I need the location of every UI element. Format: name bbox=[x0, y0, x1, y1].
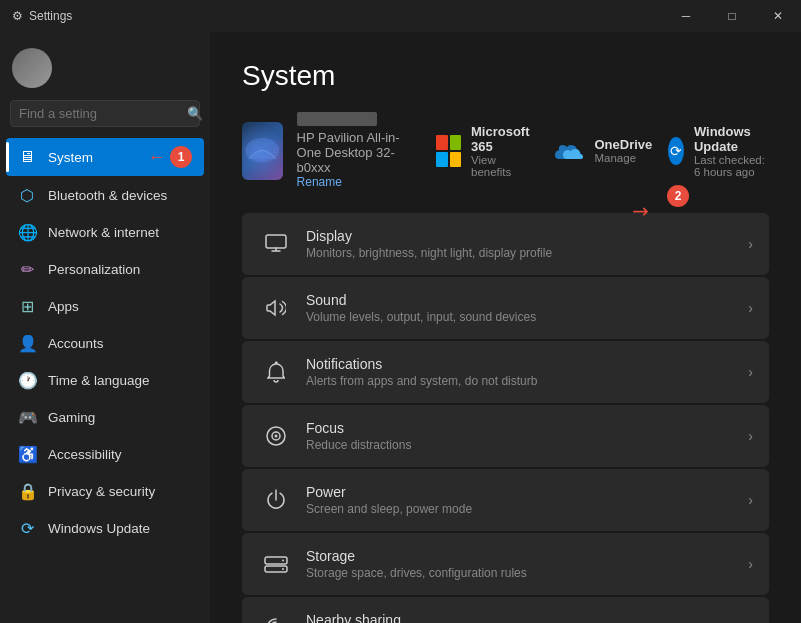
sidebar-item-network[interactable]: 🌐 Network & internet bbox=[6, 215, 204, 250]
sidebar-item-personalization[interactable]: ✏ Personalization bbox=[6, 252, 204, 287]
power-icon bbox=[258, 482, 294, 518]
settings-row-power[interactable]: Power Screen and sleep, power mode › bbox=[242, 469, 769, 531]
network-icon: 🌐 bbox=[18, 223, 36, 242]
pc-name bbox=[297, 112, 377, 126]
sidebar-item-label: Personalization bbox=[48, 262, 140, 277]
titlebar-controls: ─ □ ✕ bbox=[663, 0, 801, 32]
service-card-onedrive[interactable]: OneDrive Manage bbox=[553, 124, 653, 178]
svg-rect-1 bbox=[266, 235, 286, 248]
privacy-icon: 🔒 bbox=[18, 482, 36, 501]
sidebar-item-label: Accounts bbox=[48, 336, 104, 351]
service-card-winupdate[interactable]: ⟳ Windows Update Last checked: 6 hours a… bbox=[668, 124, 769, 178]
annotation-arrow-2: ↗ bbox=[626, 197, 655, 226]
settings-list: 2 ↗ Display Monitors, brightness, night … bbox=[242, 213, 769, 623]
display-icon bbox=[258, 226, 294, 262]
sound-text: Sound Volume levels, output, input, soun… bbox=[306, 292, 748, 324]
storage-text: Storage Storage space, drives, configura… bbox=[306, 548, 748, 580]
chevron-right-icon: › bbox=[748, 556, 753, 572]
sidebar-item-privacy[interactable]: 🔒 Privacy & security bbox=[6, 474, 204, 509]
service-card-ms365[interactable]: Microsoft 365 View benefits bbox=[436, 124, 537, 178]
sidebar-item-label: Bluetooth & devices bbox=[48, 188, 167, 203]
focus-icon bbox=[258, 418, 294, 454]
main-content: System HP Pavilion All-in-One Desktop 32… bbox=[210, 32, 801, 623]
winupdate-icon: ⟳ bbox=[668, 137, 684, 165]
chevron-right-icon: › bbox=[748, 236, 753, 252]
top-section: HP Pavilion All-in-One Desktop 32-b0xxx … bbox=[242, 112, 769, 189]
sidebar-item-label: Windows Update bbox=[48, 521, 150, 536]
sidebar-item-label: System bbox=[48, 150, 93, 165]
search-icon: 🔍 bbox=[187, 106, 203, 121]
app-container: 🔍 🖥 System → 1 ⬡ Bluetooth & devices 🌐 N… bbox=[0, 32, 801, 623]
sidebar-item-label: Accessibility bbox=[48, 447, 122, 462]
sidebar-item-label: Gaming bbox=[48, 410, 95, 425]
pc-thumbnail bbox=[242, 122, 283, 180]
storage-icon bbox=[258, 546, 294, 582]
minimize-button[interactable]: ─ bbox=[663, 0, 709, 32]
maximize-button[interactable]: □ bbox=[709, 0, 755, 32]
avatar bbox=[12, 48, 52, 88]
sidebar-item-label: Network & internet bbox=[48, 225, 159, 240]
search-input[interactable] bbox=[19, 106, 187, 121]
focus-text: Focus Reduce distractions bbox=[306, 420, 748, 452]
titlebar-title: ⚙ Settings bbox=[12, 9, 72, 23]
system-icon: 🖥 bbox=[18, 148, 36, 166]
ms365-text: Microsoft 365 View benefits bbox=[471, 124, 537, 178]
settings-row-focus[interactable]: Focus Reduce distractions › bbox=[242, 405, 769, 467]
notifications-icon bbox=[258, 354, 294, 390]
sidebar-item-label: Apps bbox=[48, 299, 79, 314]
settings-row-sound[interactable]: Sound Volume levels, output, input, soun… bbox=[242, 277, 769, 339]
svg-point-8 bbox=[282, 568, 284, 570]
onedrive-text: OneDrive Manage bbox=[595, 137, 653, 164]
sidebar-item-windows-update[interactable]: ⟳ Windows Update bbox=[6, 511, 204, 546]
pc-card: HP Pavilion All-in-One Desktop 32-b0xxx … bbox=[242, 112, 416, 189]
settings-row-notifications[interactable]: Notifications Alerts from apps and syste… bbox=[242, 341, 769, 403]
ms365-icon bbox=[436, 135, 461, 167]
notifications-text: Notifications Alerts from apps and syste… bbox=[306, 356, 748, 388]
chevron-right-icon: › bbox=[748, 300, 753, 316]
sidebar-item-label: Time & language bbox=[48, 373, 150, 388]
sidebar-item-apps[interactable]: ⊞ Apps bbox=[6, 289, 204, 324]
sidebar: 🔍 🖥 System → 1 ⬡ Bluetooth & devices 🌐 N… bbox=[0, 32, 210, 623]
chevron-right-icon: › bbox=[748, 364, 753, 380]
apps-icon: ⊞ bbox=[18, 297, 36, 316]
pc-info: HP Pavilion All-in-One Desktop 32-b0xxx … bbox=[297, 112, 416, 189]
settings-row-nearby[interactable]: Nearby sharing Discoverability, received… bbox=[242, 597, 769, 623]
display-text: Display Monitors, brightness, night ligh… bbox=[306, 228, 748, 260]
accounts-icon: 👤 bbox=[18, 334, 36, 353]
rename-link[interactable]: Rename bbox=[297, 175, 416, 189]
sidebar-item-label: Privacy & security bbox=[48, 484, 155, 499]
sidebar-item-time[interactable]: 🕐 Time & language bbox=[6, 363, 204, 398]
service-cards: Microsoft 365 View benefits OneDrive bbox=[436, 124, 769, 178]
gaming-icon: 🎮 bbox=[18, 408, 36, 427]
pc-model: HP Pavilion All-in-One Desktop 32-b0xxx bbox=[297, 130, 416, 175]
settings-row-storage[interactable]: Storage Storage space, drives, configura… bbox=[242, 533, 769, 595]
sound-icon bbox=[258, 290, 294, 326]
nearby-text: Nearby sharing Discoverability, received… bbox=[306, 612, 748, 623]
personalization-icon: ✏ bbox=[18, 260, 36, 279]
windows-update-icon: ⟳ bbox=[18, 519, 36, 538]
chevron-right-icon: › bbox=[748, 428, 753, 444]
winupdate-text: Windows Update Last checked: 6 hours ago bbox=[694, 124, 769, 178]
settings-row-display[interactable]: 2 ↗ Display Monitors, brightness, night … bbox=[242, 213, 769, 275]
settings-icon: ⚙ bbox=[12, 9, 23, 23]
search-box[interactable]: 🔍 bbox=[10, 100, 200, 127]
bluetooth-icon: ⬡ bbox=[18, 186, 36, 205]
svg-point-4 bbox=[275, 435, 278, 438]
accessibility-icon: ♿ bbox=[18, 445, 36, 464]
sidebar-item-accounts[interactable]: 👤 Accounts bbox=[6, 326, 204, 361]
page-title: System bbox=[242, 60, 769, 92]
onedrive-icon bbox=[553, 141, 585, 161]
sidebar-item-accessibility[interactable]: ♿ Accessibility bbox=[6, 437, 204, 472]
sidebar-item-system[interactable]: 🖥 System → 1 bbox=[6, 138, 204, 176]
sidebar-item-bluetooth[interactable]: ⬡ Bluetooth & devices bbox=[6, 178, 204, 213]
svg-point-0 bbox=[245, 138, 279, 162]
sidebar-item-gaming[interactable]: 🎮 Gaming bbox=[6, 400, 204, 435]
titlebar: ⚙ Settings ─ □ ✕ bbox=[0, 0, 801, 32]
annotation-arrow-1: → bbox=[148, 147, 166, 168]
close-button[interactable]: ✕ bbox=[755, 0, 801, 32]
chevron-right-icon: › bbox=[748, 492, 753, 508]
time-icon: 🕐 bbox=[18, 371, 36, 390]
svg-point-7 bbox=[282, 560, 284, 562]
annotation-badge-1: 1 bbox=[170, 146, 192, 168]
nearby-icon bbox=[258, 610, 294, 623]
